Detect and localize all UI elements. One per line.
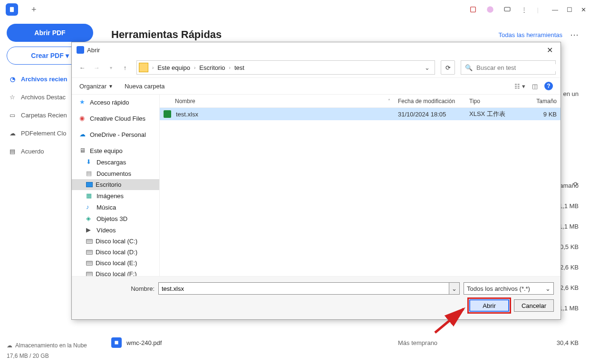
chevron-down-icon: ⌄ [545, 285, 551, 292]
chevron-down-icon: ▾ [66, 52, 69, 59]
new-tab-button[interactable]: + [31, 5, 37, 15]
column-type[interactable]: Tipo [465, 98, 522, 105]
file-view-header: Nombre˄ Fecha de modificación Tipo Tamañ… [160, 95, 561, 108]
menu-icon[interactable]: ⋮ [520, 5, 529, 14]
sidebar-item-label: PDFelement Clo [21, 130, 66, 137]
nav-back-button[interactable]: ← [77, 62, 88, 73]
svg-rect-1 [470, 7, 475, 12]
filename-label: Nombre: [78, 285, 155, 292]
download-icon: ⬇ [86, 158, 94, 166]
dialog-toolbar: Organizar▼ Nueva carpeta ☷ ▾ ◫ ? [72, 77, 561, 95]
view-mode-button[interactable]: ☷ ▾ [514, 83, 525, 90]
image-icon: ▦ [86, 192, 94, 200]
file-date: 31/10/2024 18:05 [394, 111, 465, 118]
nav-up-button[interactable]: ↑ [119, 62, 131, 73]
tree-documents[interactable]: ▤Documentos [72, 168, 159, 179]
help-icon[interactable]: ? [544, 82, 553, 90]
dialog-titlebar: Abrir ✕ [72, 42, 561, 57]
file-open-dialog: Abrir ✕ ← → ▾ ↑ › Este equipo › Escritor… [71, 42, 561, 320]
refresh-button[interactable]: ⟳ [441, 60, 455, 75]
tree-3d-objects[interactable]: ◈Objetos 3D [72, 213, 159, 224]
refresh-icon[interactable]: ⟳ [573, 181, 579, 188]
column-date[interactable]: Fecha de modificación [394, 98, 465, 105]
tree-disk-f[interactable]: Disco local (F:) [72, 268, 159, 276]
tree-desktop[interactable]: Escritorio [72, 179, 159, 190]
video-icon: ▶ [86, 226, 94, 234]
maximize-button[interactable]: ☐ [567, 6, 572, 13]
column-size[interactable]: Tamaño [522, 98, 561, 105]
all-tools-link[interactable]: Todas las herramientas [499, 31, 562, 38]
breadcrumb[interactable]: Este equipo [155, 64, 193, 71]
music-icon: ♪ [86, 203, 94, 211]
page-title: Herramientas Rápidas [111, 29, 222, 41]
svg-rect-0 [10, 7, 14, 12]
organize-button[interactable]: Organizar▼ [79, 83, 113, 90]
notification-icon[interactable] [469, 5, 477, 14]
desktop-icon [86, 182, 93, 187]
chevron-down-icon: ▼ [108, 84, 113, 89]
open-button[interactable]: Abrir [469, 299, 509, 312]
column-name[interactable]: Nombre˄ [160, 98, 394, 105]
tree-onedrive[interactable]: ☁OneDrive - Personal [72, 129, 159, 140]
search-icon: 🔍 [465, 64, 473, 71]
disk-icon [86, 261, 93, 266]
clock-icon: ◔ [9, 75, 16, 83]
sidebar-item-label: Archivos recien [21, 76, 68, 83]
tree-quick-access[interactable]: ★Acceso rápido [72, 96, 159, 108]
disk-icon [86, 272, 93, 277]
svg-rect-3 [504, 7, 510, 11]
preview-pane-button[interactable]: ◫ [532, 83, 538, 90]
pdf-icon [111, 337, 122, 348]
dialog-title: Abrir [87, 47, 100, 54]
disk-icon [86, 239, 93, 244]
dialog-bottom: Nombre: ⌄ Todos los archivos (*.*)⌄ Abri… [72, 276, 561, 319]
tree-disk-d[interactable]: Disco local (D:) [72, 247, 159, 258]
tree-music[interactable]: ♪Música [72, 201, 159, 213]
minimize-button[interactable]: — [552, 6, 558, 13]
nav-recent-dropdown[interactable]: ▾ [105, 62, 116, 73]
tree-images[interactable]: ▦Imágenes [72, 190, 159, 201]
tree-disk-c[interactable]: Disco local (C:) [72, 236, 159, 247]
tree-disk-e[interactable]: Disco local (E:) [72, 258, 159, 268]
chat-icon[interactable] [503, 5, 512, 14]
address-bar[interactable]: › Este equipo › Escritorio › test ⌄ [136, 60, 435, 75]
cloud-icon: ☁ [79, 131, 87, 138]
file-row[interactable]: wmc-240.pdf Más temprano 30,4 KB [111, 333, 579, 353]
search-box[interactable]: 🔍 [461, 60, 556, 75]
cloud-icon: ☁ [7, 342, 12, 349]
cancel-button[interactable]: Cancelar [514, 299, 554, 312]
more-icon[interactable]: ⋯ [570, 29, 579, 40]
tree-this-pc[interactable]: 🖥Este equipo [72, 145, 159, 156]
filename-dropdown[interactable]: ⌄ [449, 282, 460, 295]
file-row[interactable]: test.xlsx 31/10/2024 18:05 XLSX 工作表 9 KB [160, 108, 561, 120]
file-filter-dropdown[interactable]: Todos los archivos (*.*)⌄ [464, 282, 554, 295]
file-type: XLSX 工作表 [465, 110, 522, 118]
cc-icon: ◉ [79, 115, 87, 122]
xlsx-icon [164, 110, 171, 118]
nav-forward-button[interactable]: → [91, 62, 102, 73]
svg-rect-6 [165, 112, 170, 116]
svg-rect-5 [115, 341, 118, 344]
sidebar-item-label: Carpetas Recien [21, 112, 67, 119]
sidebar-item-label: Archivos Destac [21, 94, 66, 101]
disk-icon [86, 250, 93, 255]
new-folder-button[interactable]: Nueva carpeta [125, 83, 165, 90]
close-button[interactable]: ✕ [581, 6, 586, 13]
tree-downloads[interactable]: ⬇Descargas [72, 156, 159, 168]
file-time: Más temprano [398, 339, 541, 346]
tree-videos[interactable]: ▶Vídeos [72, 224, 159, 236]
search-input[interactable] [476, 64, 556, 71]
file-name-label: wmc-240.pdf [126, 339, 162, 346]
avatar-icon[interactable] [486, 5, 494, 14]
breadcrumb[interactable]: Escritorio [196, 64, 228, 71]
dialog-close-button[interactable]: ✕ [544, 45, 556, 56]
filename-input[interactable] [158, 282, 449, 295]
file-view: Nombre˄ Fecha de modificación Tipo Tamañ… [160, 95, 561, 276]
open-pdf-button[interactable]: Abrir PDF [7, 24, 93, 42]
tree-creative-cloud[interactable]: ◉Creative Cloud Files [72, 113, 159, 124]
file-size: 9 KB [522, 111, 561, 118]
address-dropdown-icon[interactable]: ⌄ [422, 64, 433, 71]
breadcrumb[interactable]: test [232, 64, 247, 71]
storage-link[interactable]: ☁ Almacenamiento en la Nube [7, 342, 93, 349]
dialog-nav: ← → ▾ ↑ › Este equipo › Escritorio › tes… [72, 57, 561, 77]
